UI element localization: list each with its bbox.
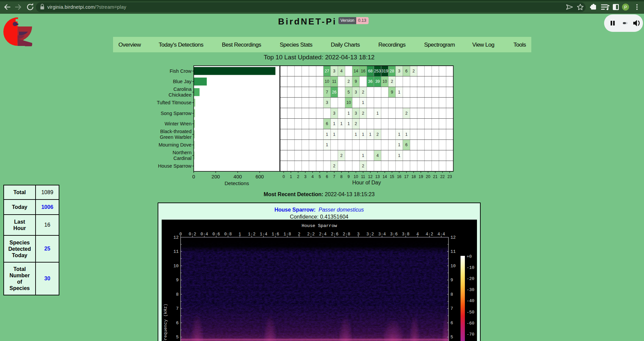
svg-text:11: 11	[173, 249, 179, 254]
svg-text:1: 1	[333, 121, 335, 126]
svg-text:8: 8	[340, 174, 343, 179]
svg-text:9: 9	[176, 278, 179, 283]
svg-text:8: 8	[176, 292, 179, 297]
svg-text:26: 26	[332, 90, 337, 95]
svg-text:27: 27	[325, 69, 329, 73]
svg-text:21: 21	[433, 174, 438, 179]
svg-text:-70: -70	[467, 332, 474, 337]
svg-text:3: 3	[326, 100, 328, 105]
svg-text:Winter Wren: Winter Wren	[165, 121, 192, 126]
svg-text:-50: -50	[467, 310, 474, 315]
svg-text:400: 400	[233, 174, 242, 179]
svg-text:1: 1	[376, 111, 379, 116]
svg-text:9: 9	[391, 90, 393, 95]
svg-text:28: 28	[390, 69, 394, 73]
svg-text:10: 10	[382, 79, 387, 84]
svg-text:7: 7	[450, 306, 453, 311]
svg-text:12: 12	[368, 174, 373, 179]
svg-text:Hour of Day: Hour of Day	[352, 180, 381, 185]
svg-text:Chickadee: Chickadee	[168, 92, 192, 98]
svg-text:2: 2	[376, 132, 379, 137]
svg-text:-40: -40	[467, 298, 474, 303]
svg-text:3: 3	[333, 111, 335, 116]
svg-text:0: 0	[192, 174, 195, 179]
svg-text:12: 12	[173, 235, 179, 240]
svg-text:14: 14	[382, 174, 387, 179]
svg-text:7: 7	[176, 306, 179, 311]
svg-text:1: 1	[326, 132, 328, 137]
svg-text:P: P	[624, 5, 627, 10]
svg-text:39: 39	[375, 79, 380, 84]
svg-text:5: 5	[319, 174, 321, 179]
svg-text:Green Warbler: Green Warbler	[160, 134, 192, 140]
svg-text:3: 3	[398, 69, 400, 73]
svg-text:Black-throated: Black-throated	[160, 129, 192, 134]
svg-text:15: 15	[390, 174, 394, 179]
svg-text:Fish Crow: Fish Crow	[170, 68, 192, 74]
svg-text:11: 11	[332, 79, 336, 84]
svg-text:1: 1	[362, 132, 364, 137]
svg-text:18: 18	[411, 174, 416, 179]
svg-text:1: 1	[326, 143, 328, 147]
svg-text:4: 4	[311, 174, 314, 179]
svg-text:7: 7	[333, 174, 335, 179]
svg-text:5: 5	[347, 90, 350, 95]
svg-text:-10: -10	[467, 265, 474, 270]
svg-text:14: 14	[354, 69, 358, 73]
svg-text:Cardinal: Cardinal	[173, 156, 192, 161]
svg-text:1: 1	[362, 100, 364, 105]
svg-text:2: 2	[362, 111, 364, 116]
svg-text:12: 12	[450, 235, 456, 240]
svg-text:8: 8	[450, 292, 453, 297]
svg-text:5: 5	[176, 335, 179, 340]
svg-text:Song Sparrow: Song Sparrow	[161, 111, 192, 116]
svg-text:2: 2	[405, 111, 408, 116]
svg-text:600: 600	[256, 174, 264, 179]
svg-text:House Sparrow: House Sparrow	[158, 163, 192, 169]
svg-text:1: 1	[369, 132, 372, 137]
svg-text:4: 4	[376, 153, 379, 158]
svg-text:23: 23	[447, 174, 452, 179]
svg-text:319: 319	[381, 69, 388, 73]
svg-text:6: 6	[450, 321, 453, 326]
svg-text:11: 11	[361, 174, 365, 179]
svg-text:2: 2	[362, 90, 364, 95]
svg-text:200: 200	[212, 174, 220, 179]
svg-text:Frequency (kHz): Frequency (kHz)	[163, 303, 168, 341]
svg-text:1: 1	[290, 174, 292, 179]
svg-text:1: 1	[398, 90, 400, 95]
svg-text:6: 6	[405, 69, 408, 73]
svg-text:Tufted Titmouse: Tufted Titmouse	[157, 100, 192, 105]
svg-text:Northern: Northern	[173, 150, 192, 155]
svg-text:1: 1	[398, 132, 400, 137]
svg-text:1: 1	[362, 153, 364, 158]
svg-text:1: 1	[398, 153, 400, 158]
svg-text:9: 9	[450, 278, 453, 283]
svg-text:5: 5	[450, 335, 453, 340]
svg-text:10: 10	[354, 174, 358, 179]
svg-text:10: 10	[346, 100, 351, 105]
svg-text:Blue Jay: Blue Jay	[173, 79, 192, 84]
svg-text:4: 4	[340, 69, 343, 73]
svg-text:13: 13	[375, 174, 380, 179]
svg-text:19: 19	[419, 174, 423, 179]
svg-text:3: 3	[355, 90, 357, 95]
svg-text:+0: +0	[467, 254, 472, 259]
svg-text:22: 22	[440, 174, 445, 179]
svg-text:3: 3	[304, 174, 307, 179]
svg-text:2: 2	[333, 164, 335, 168]
svg-text:2: 2	[340, 153, 343, 158]
svg-text:2: 2	[413, 69, 415, 73]
svg-text:1: 1	[355, 132, 357, 137]
svg-text:Carolina: Carolina	[173, 87, 192, 92]
svg-text:-30: -30	[467, 287, 474, 292]
svg-text:1: 1	[333, 132, 335, 137]
svg-text:1: 1	[405, 132, 408, 137]
svg-text:2: 2	[297, 174, 299, 179]
svg-text:10: 10	[325, 79, 329, 84]
svg-text:2: 2	[347, 79, 350, 84]
svg-text:1: 1	[347, 111, 350, 116]
svg-text:68: 68	[368, 69, 373, 73]
svg-text:2: 2	[362, 164, 364, 168]
svg-text:11: 11	[450, 249, 456, 254]
